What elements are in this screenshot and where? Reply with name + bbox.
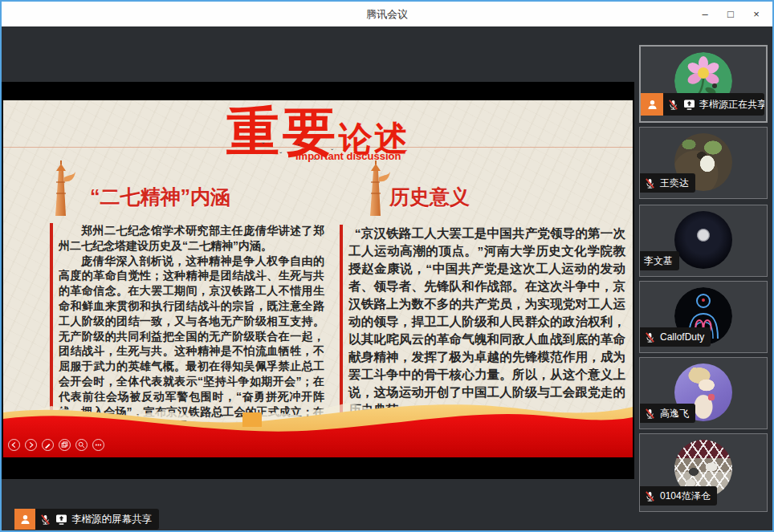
participant-name: 高逸飞 (660, 407, 689, 420)
host-icon (641, 93, 663, 116)
participant-name: 李文基 (644, 254, 673, 268)
participant-tile[interactable]: CallofDuty (639, 281, 768, 353)
participant-namebar: CallofDuty (640, 327, 711, 347)
participant-tile[interactable]: 王奕达 (639, 127, 768, 199)
window-title: 腾讯会议 (2, 2, 772, 26)
participant-name: 0104范泽仓 (660, 489, 711, 503)
participant-namebar: 李文基 (640, 251, 679, 270)
host-icon (14, 509, 35, 530)
close-button[interactable]: × (743, 2, 769, 26)
monument-icon (360, 160, 392, 217)
monument-icon (45, 160, 77, 217)
participant-tile[interactable]: 高逸飞 (639, 357, 768, 429)
participant-namebar: 李楷源正在共享 (641, 93, 764, 116)
screen-share-icon (683, 99, 695, 111)
next-slide-button[interactable] (25, 439, 37, 451)
maximize-button[interactable]: □ (718, 2, 743, 26)
participant-namebar: 0104范泽仓 (640, 486, 717, 506)
participant-name: CallofDuty (660, 331, 704, 343)
titlebar: 腾讯会议 – □ × (2, 2, 772, 26)
right-column-text: “京汉铁路工人大罢工是中国共产党领导的第一次工人运动高潮的顶点。”河南大学历史文… (340, 225, 625, 419)
shared-screen-area: 重要论述 Important discussion ˇˇ ˇˇ ˇ (2, 82, 634, 479)
left-column-heading: “二七精神”内涵 (90, 184, 230, 210)
participant-namebar: 王奕达 (640, 173, 695, 193)
mic-muted-icon (644, 490, 656, 502)
slideshow-controls (8, 439, 104, 451)
pen-tool-button[interactable] (42, 439, 54, 451)
more-options-button[interactable] (92, 439, 104, 451)
mic-muted-icon (644, 408, 656, 420)
right-column-heading: 历史意义 (389, 184, 470, 210)
paragraph: 郑州二七纪念馆学术研究部主任庞倩华讲述了郑州二七纪念塔建设历史及“二七精神”内涵… (59, 223, 324, 254)
zoom-tool-button[interactable] (75, 439, 88, 451)
screen-share-icon (55, 514, 67, 526)
minimize-button[interactable]: – (692, 2, 718, 26)
participant-tile-sharing[interactable]: 李楷源正在共享 (639, 45, 768, 123)
participant-name: 李楷源正在共享 (699, 98, 764, 112)
mic-muted-icon (644, 177, 656, 189)
participant-tile[interactable]: 李文基 (639, 205, 768, 277)
mic-muted-icon (39, 514, 51, 526)
avatar (674, 211, 732, 269)
participant-name: 王奕达 (660, 177, 689, 190)
participant-tile[interactable]: 0104范泽仓 (639, 433, 768, 512)
paragraph: “京汉铁路工人大罢工是中国共产党领导的第一次工人运动高潮的顶点。”河南大学历史文… (348, 225, 625, 419)
share-banner-text: 李楷源的屏幕共享 (71, 513, 152, 526)
participants-sidebar: 李楷源正在共享 王奕达 李文基 (638, 26, 772, 530)
presentation-slide: 重要论述 Important discussion ˇˇ ˇˇ ˇ (3, 100, 633, 457)
participant-namebar: 高逸飞 (640, 404, 695, 423)
meeting-main-area: 重要论述 Important discussion ˇˇ ˇˇ ˇ (2, 26, 772, 530)
tencent-meeting-window: 腾讯会议 – □ × 重要论述 Important discussion ˇˇ … (0, 0, 774, 532)
mic-muted-icon (667, 99, 679, 111)
screen-share-banner: 李楷源的屏幕共享 (14, 509, 159, 530)
mic-muted-icon (644, 331, 656, 343)
all-slides-button[interactable] (59, 439, 71, 451)
previous-slide-button[interactable] (8, 439, 20, 451)
window-controls: – □ × (692, 2, 769, 26)
